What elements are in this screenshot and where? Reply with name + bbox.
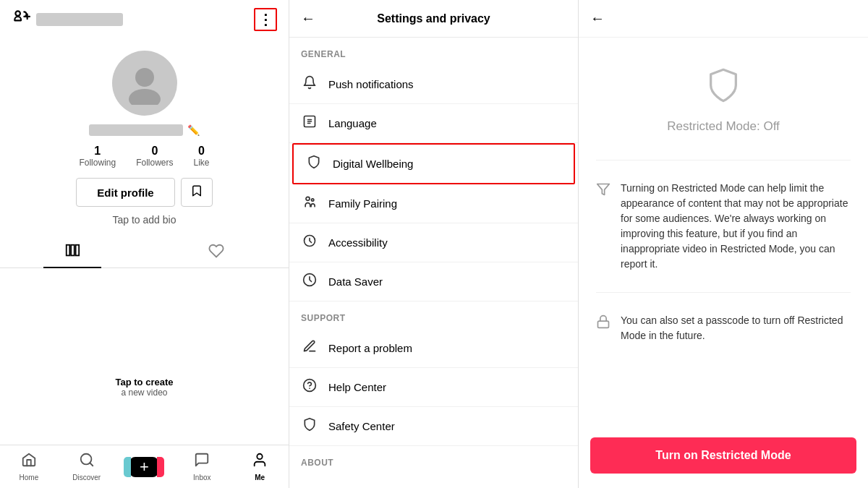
profile-tabs bbox=[0, 236, 289, 268]
divider bbox=[596, 160, 851, 160]
nav-discover[interactable]: Discover bbox=[58, 452, 116, 481]
inbox-icon bbox=[194, 452, 210, 472]
report-icon bbox=[301, 339, 318, 357]
edit-username-icon[interactable]: ✏️ bbox=[187, 124, 200, 136]
bio-placeholder[interactable]: Tap to add bio bbox=[113, 214, 176, 226]
bottom-nav: Home Discover + Inbox bbox=[0, 445, 289, 488]
settings-safety-center[interactable]: Safety Center bbox=[289, 407, 578, 446]
svg-point-3 bbox=[135, 68, 154, 87]
bookmark-button[interactable] bbox=[181, 178, 213, 207]
svg-point-4 bbox=[129, 89, 161, 105]
accessibility-icon bbox=[301, 234, 318, 252]
likes-stat: 0 Like bbox=[194, 145, 210, 168]
general-section-label: GENERAL bbox=[289, 38, 578, 65]
me-label: Me bbox=[255, 474, 265, 481]
tab-videos[interactable] bbox=[0, 236, 145, 267]
svg-marker-17 bbox=[597, 184, 610, 195]
svg-rect-18 bbox=[598, 321, 609, 328]
report-problem-label: Report a problem bbox=[328, 342, 412, 354]
heart-outline-icon bbox=[208, 243, 224, 259]
restricted-header: ← bbox=[579, 0, 868, 38]
restricted-content: Restricted Mode: Off Turning on Restrict… bbox=[579, 38, 868, 378]
family-pairing-label: Family Pairing bbox=[328, 197, 397, 210]
settings-help-center[interactable]: Help Center bbox=[289, 368, 578, 407]
profile-buttons: Edit profile bbox=[76, 178, 212, 207]
settings-header: ← Settings and privacy bbox=[289, 0, 578, 38]
followers-count: 0 bbox=[151, 145, 158, 158]
me-icon bbox=[252, 452, 268, 472]
support-section-label: SUPPORT bbox=[289, 301, 578, 329]
discover-icon bbox=[79, 452, 95, 472]
settings-push-notifications[interactable]: Push notifications bbox=[289, 65, 578, 104]
help-center-label: Help Center bbox=[328, 381, 386, 393]
language-icon bbox=[301, 114, 318, 132]
likes-label: Like bbox=[194, 158, 210, 168]
info-text-2: You can also set a passcode to turn off … bbox=[621, 313, 851, 343]
stats-row: 1 Following 0 Followers 0 Like bbox=[79, 145, 209, 168]
svg-rect-5 bbox=[67, 245, 70, 256]
avatar-placeholder-icon bbox=[123, 61, 166, 105]
settings-accessibility[interactable]: Accessibility bbox=[289, 223, 578, 262]
settings-back-button[interactable]: ← bbox=[301, 10, 315, 27]
tab-liked[interactable] bbox=[145, 236, 289, 267]
add-user-icon[interactable] bbox=[12, 8, 30, 31]
notification-icon bbox=[301, 75, 318, 93]
restricted-mode-panel: ← Restricted Mode: Off Turning on Restri… bbox=[579, 0, 868, 488]
nav-home[interactable]: Home bbox=[0, 452, 58, 481]
info-block-1: Turning on Restricted Mode can help limi… bbox=[596, 181, 851, 292]
svg-point-12 bbox=[312, 199, 314, 201]
settings-family-pairing[interactable]: Family Pairing bbox=[289, 184, 578, 223]
settings-title: Settings and privacy bbox=[377, 12, 490, 25]
home-label: Home bbox=[20, 474, 39, 481]
settings-digital-wellbeing[interactable]: Digital Wellbeing bbox=[292, 143, 575, 184]
username-display-blur bbox=[89, 124, 183, 136]
profile-panel: ⋮ ✏️ 1 Following 0 Followers 0 Like bbox=[0, 0, 289, 488]
settings-report-problem[interactable]: Report a problem bbox=[289, 329, 578, 368]
divider-2 bbox=[596, 292, 851, 293]
family-pairing-icon bbox=[301, 194, 318, 213]
svg-rect-6 bbox=[71, 245, 75, 256]
followers-stat: 0 Followers bbox=[136, 145, 173, 168]
settings-data-saver[interactable]: Data Saver bbox=[289, 262, 578, 301]
following-stat: 1 Following bbox=[79, 145, 116, 168]
svg-point-11 bbox=[306, 197, 310, 200]
settings-language[interactable]: Language bbox=[289, 104, 578, 143]
create-button[interactable]: + bbox=[129, 457, 158, 477]
top-bar: ⋮ bbox=[0, 0, 289, 39]
nav-create[interactable]: + bbox=[116, 457, 174, 477]
digital-wellbeing-label: Digital Wellbeing bbox=[333, 158, 413, 170]
username-row: ✏️ bbox=[89, 124, 200, 136]
video-section: Tap to create a new video bbox=[0, 283, 289, 398]
help-icon bbox=[301, 378, 318, 396]
restricted-mode-status: Restricted Mode: Off bbox=[667, 119, 780, 134]
data-saver-label: Data Saver bbox=[328, 275, 383, 288]
grid-icon bbox=[64, 243, 80, 263]
restricted-back-button[interactable]: ← bbox=[590, 10, 605, 27]
about-section-label: ABOUT bbox=[289, 446, 578, 474]
digital-wellbeing-icon bbox=[305, 155, 323, 173]
svg-rect-7 bbox=[75, 245, 79, 256]
data-saver-icon bbox=[301, 273, 318, 291]
nav-me[interactable]: Me bbox=[231, 452, 289, 481]
turn-on-restricted-mode-button[interactable]: Turn on Restricted Mode bbox=[590, 437, 856, 474]
plus-icon: + bbox=[140, 458, 149, 476]
create-video-sublabel: a new video bbox=[0, 388, 289, 398]
home-icon bbox=[21, 452, 37, 472]
svg-point-0 bbox=[15, 11, 20, 15]
top-bar-left bbox=[12, 8, 123, 31]
svg-point-9 bbox=[257, 454, 262, 459]
profile-content: ✏️ 1 Following 0 Followers 0 Like Edit p… bbox=[0, 39, 289, 236]
videos-grid-icon bbox=[64, 243, 80, 259]
nav-inbox[interactable]: Inbox bbox=[173, 452, 231, 481]
more-options-button[interactable]: ⋮ bbox=[254, 8, 277, 31]
avatar bbox=[112, 51, 177, 116]
restricted-mode-icon bbox=[705, 67, 742, 112]
following-count: 1 bbox=[94, 145, 101, 158]
inbox-label: Inbox bbox=[193, 474, 210, 481]
edit-profile-button[interactable]: Edit profile bbox=[76, 178, 174, 207]
likes-count: 0 bbox=[198, 145, 205, 158]
push-notifications-label: Push notifications bbox=[328, 78, 414, 90]
followers-label: Followers bbox=[136, 158, 173, 168]
safety-icon bbox=[301, 417, 318, 435]
discover-label: Discover bbox=[72, 474, 101, 481]
